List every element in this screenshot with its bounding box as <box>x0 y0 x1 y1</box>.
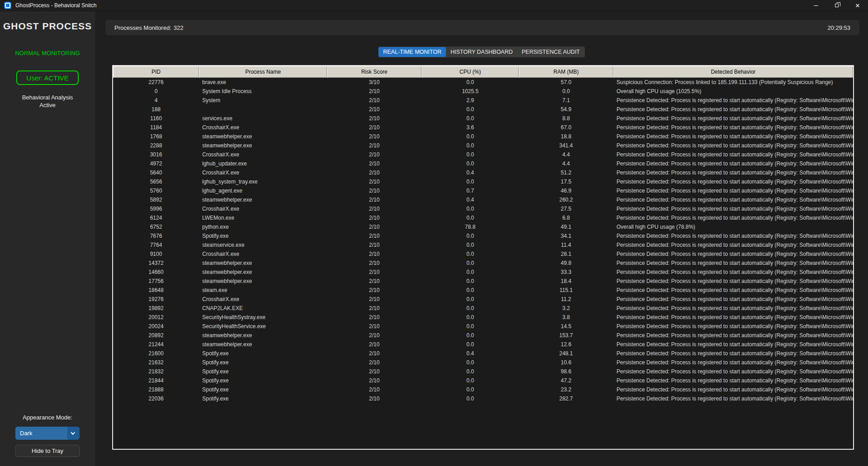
table-cell-cpu: 0.0 <box>422 277 519 286</box>
table-cell-ram: 115.1 <box>519 286 613 295</box>
user-status-button[interactable]: User: ACTIVE <box>16 71 79 85</box>
table-row[interactable]: 22776brave.exe3/100.057.0Suspicious Conn… <box>113 78 853 87</box>
table-cell-risk-score: 2/10 <box>327 349 422 358</box>
table-row[interactable]: 20024SecurityHealthService.exe2/100.014.… <box>113 322 853 331</box>
table-row[interactable]: 2288steamwebhelper.exe2/100.0341.4Persis… <box>113 141 853 150</box>
processes-monitored-count: 322 <box>174 24 184 31</box>
table-row[interactable]: 7764steamservice.exe2/100.011.4Persisten… <box>113 240 853 249</box>
minimize-button[interactable] <box>806 0 826 11</box>
table-row[interactable]: 1160services.exe2/100.08.8Persistence De… <box>113 114 853 123</box>
table-cell-cpu: 0.0 <box>422 367 519 376</box>
table-cell-risk-score: 2/10 <box>327 331 422 340</box>
table-row[interactable]: 5892steamwebhelper.exe2/100.4260.2Persis… <box>113 195 853 204</box>
table-row[interactable]: 5760lghub_agent.exe2/100.746.9Persistenc… <box>113 186 853 195</box>
table-row[interactable]: 6124LWEMon.exe2/100.06.8Persistence Dete… <box>113 213 853 222</box>
table-cell-cpu: 0.7 <box>422 186 519 195</box>
table-cell-process-name: steamwebhelper.exe <box>199 259 327 268</box>
table-cell-pid: 5892 <box>113 195 199 204</box>
table-cell-process-name: brave.exe <box>199 78 327 87</box>
column-header-pid[interactable]: PID <box>113 66 199 78</box>
table-row[interactable]: 0System Idle Process2/101025.50.0Overall… <box>113 87 853 96</box>
table-row[interactable]: 21244steamwebhelper.exe2/100.012.6Persis… <box>113 340 853 349</box>
column-header-process-name[interactable]: Process Name <box>199 66 327 78</box>
table-cell-detected-behavior: Overall high CPU usage (1025.5%) <box>613 87 853 96</box>
table-cell-process-name: Spotify.exe <box>199 358 327 367</box>
hide-to-tray-button[interactable]: Hide to Tray <box>15 445 80 457</box>
table-row[interactable]: 5640CrosshairX.exe2/100.451.2Persistence… <box>113 168 853 177</box>
table-cell-detected-behavior: Persistence Detected: Process is registe… <box>613 213 853 222</box>
table-row[interactable]: 18648steam.exe2/100.0115.1Persistence De… <box>113 286 853 295</box>
table-row[interactable]: 3016CrosshairX.exe2/100.04.4Persistence … <box>113 150 853 159</box>
table-cell-process-name: CNAP2LAK.EXE <box>199 304 327 313</box>
table-row[interactable]: 20892steamwebhelper.exe2/100.0153.7Persi… <box>113 331 853 340</box>
theme-dropdown-value[interactable]: Dark <box>15 427 67 440</box>
table-row[interactable]: 9100CrosshairX.exe2/100.028.1Persistence… <box>113 249 853 259</box>
table-row[interactable]: 21844Spotify.exe2/100.047.2Persistence D… <box>113 376 853 385</box>
table-cell-pid: 20012 <box>113 313 199 322</box>
column-header-cpu[interactable]: CPU (%) <box>422 66 519 78</box>
processes-monitored-label: Processes Monitored: <box>114 24 171 31</box>
table-row[interactable]: 5996CrosshairX.exe2/100.027.5Persistence… <box>113 204 853 213</box>
table-cell-detected-behavior: Persistence Detected: Process is registe… <box>613 259 853 268</box>
table-cell-process-name: steamwebhelper.exe <box>199 195 327 204</box>
theme-dropdown[interactable]: Dark <box>15 427 80 440</box>
table-cell-detected-behavior: Persistence Detected: Process is registe… <box>613 168 853 177</box>
table-cell-ram: 98.6 <box>519 367 613 376</box>
table-cell-detected-behavior: Persistence Detected: Process is registe… <box>613 150 853 159</box>
table-row[interactable]: 5656lghub_system_tray.exe2/100.017.5Pers… <box>113 177 853 186</box>
table-row[interactable]: 6752python.exe2/1078.849.1Overall high C… <box>113 222 853 231</box>
table-cell-risk-score: 2/10 <box>327 358 422 367</box>
table-cell-cpu: 0.0 <box>422 159 519 168</box>
column-header-detected-behavior[interactable]: Detected Behavior <box>613 66 853 78</box>
table-row[interactable]: 1184CrosshairX.exe2/103.667.0Persistence… <box>113 123 853 132</box>
table-cell-risk-score: 2/10 <box>327 132 422 141</box>
table-row[interactable]: 19892CNAP2LAK.EXE2/100.03.2Persistence D… <box>113 304 853 313</box>
table-row[interactable]: 19276CrosshairX.exe2/100.011.2Persistenc… <box>113 295 853 304</box>
theme-dropdown-arrow-button[interactable] <box>67 427 80 440</box>
column-header-risk-score[interactable]: Risk Score <box>327 66 422 78</box>
table-cell-detected-behavior: Suspicious Connection: Process linked to… <box>613 78 853 87</box>
table-row[interactable]: 4972lghub_updater.exe2/100.04.4Persisten… <box>113 159 853 168</box>
table-row[interactable]: 4System2/102.97.1Persistence Detected: P… <box>113 96 853 105</box>
table-cell-process-name: SecurityHealthSystray.exe <box>199 313 327 322</box>
table-row[interactable]: 17756steamwebhelper.exe2/100.018.4Persis… <box>113 277 853 286</box>
tab-history-dashboard[interactable]: HISTORY DASHBOARD <box>446 47 517 57</box>
table-cell-detected-behavior: Persistence Detected: Process is registe… <box>613 358 853 367</box>
table-row[interactable]: 22036Spotify.exe2/100.0282.7Persistence … <box>113 394 853 403</box>
table-row[interactable]: 1768steamwebhelper.exe2/100.018.8Persist… <box>113 132 853 141</box>
table-cell-ram: 28.1 <box>519 249 613 259</box>
table-cell-process-name: CrosshairX.exe <box>199 204 327 213</box>
titlebar[interactable]: GhostProcess - Behavioral Snitch ✕ <box>0 0 868 11</box>
restore-button[interactable] <box>826 0 847 11</box>
table-cell-pid: 18648 <box>113 286 199 295</box>
table-row[interactable]: 14660steamwebhelper.exe2/100.033.3Persis… <box>113 268 853 277</box>
table-cell-pid: 5640 <box>113 168 199 177</box>
column-header-ram[interactable]: RAM (MB) <box>519 66 613 78</box>
table-cell-cpu: 0.0 <box>422 231 519 240</box>
table-cell-risk-score: 2/10 <box>327 150 422 159</box>
table-cell-cpu: 0.0 <box>422 105 519 114</box>
table-cell-ram: 4.4 <box>519 150 613 159</box>
table-cell-ram: 34.1 <box>519 231 613 240</box>
table-cell-process-name: CrosshairX.exe <box>199 249 327 259</box>
table-row[interactable]: 21632Spotify.exe2/100.010.6Persistence D… <box>113 358 853 367</box>
table-row[interactable]: 20012SecurityHealthSystray.exe2/100.03.8… <box>113 313 853 322</box>
close-button[interactable]: ✕ <box>847 0 868 11</box>
table-cell-pid: 4972 <box>113 159 199 168</box>
table-row[interactable]: 21600Spotify.exe2/100.4248.1Persistence … <box>113 349 853 358</box>
tab-persistence-audit[interactable]: PERSISTENCE AUDIT <box>517 47 585 57</box>
table-cell-cpu: 0.0 <box>422 132 519 141</box>
table-row[interactable]: 21832Spotify.exe2/100.098.6Persistence D… <box>113 367 853 376</box>
table-cell-process-name: lghub_updater.exe <box>199 159 327 168</box>
table-row[interactable]: 21888Spotify.exe2/100.023.2Persistence D… <box>113 385 853 394</box>
tab-real-time-monitor[interactable]: REAL-TIME MONITOR <box>379 47 446 57</box>
monitoring-state-label: NORMAL MONITORING <box>15 50 80 56</box>
window-controls: ✕ <box>806 0 868 11</box>
table-row[interactable]: 7676Spotify.exe2/100.034.1Persistence De… <box>113 231 853 240</box>
table-cell-pid: 0 <box>113 87 199 96</box>
table-row[interactable]: 1882/100.054.9Persistence Detected: Proc… <box>113 105 853 114</box>
table-cell-process-name: steamwebhelper.exe <box>199 331 327 340</box>
table-cell-process-name: lghub_agent.exe <box>199 186 327 195</box>
table-row[interactable]: 14372steamwebhelper.exe2/100.049.8Persis… <box>113 259 853 268</box>
table-cell-ram: 153.7 <box>519 331 613 340</box>
